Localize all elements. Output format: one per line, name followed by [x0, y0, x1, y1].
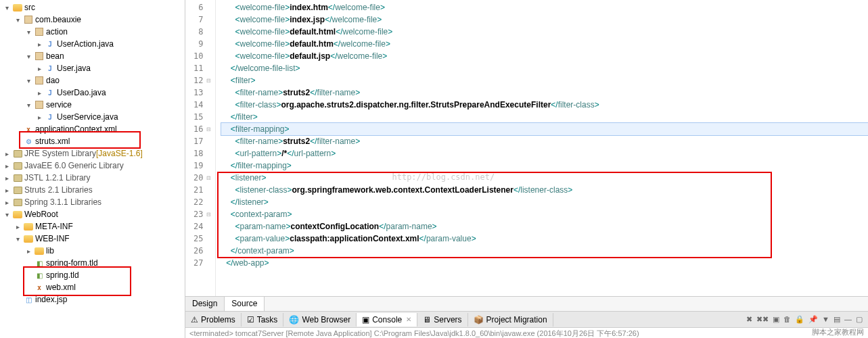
- tree-item[interactable]: ▸JUser.java: [0, 62, 185, 74]
- code-line[interactable]: </filter>: [221, 111, 868, 123]
- disclosure-icon[interactable]: ▾: [24, 28, 32, 36]
- code-line[interactable]: <filter-name>struts2</filter-name>: [221, 87, 868, 99]
- tree-item[interactable]: ▾action: [0, 26, 185, 38]
- tree-item[interactable]: ▾bean: [0, 50, 185, 62]
- code-line[interactable]: <filter>: [221, 74, 868, 87]
- tree-item-label: struts.xml: [35, 137, 70, 146]
- tree-item[interactable]: ▸JUserAction.java: [0, 38, 185, 50]
- code-line[interactable]: <param-name>contextConfigLocation</param…: [221, 220, 868, 233]
- view-tab-project-migration[interactable]: 📦Project Migration: [468, 313, 553, 327]
- tree-item[interactable]: ▾service: [0, 99, 185, 111]
- tree-item[interactable]: ▾dao: [0, 74, 185, 87]
- tree-item[interactable]: ▸META-INF: [0, 220, 185, 233]
- open-console-icon[interactable]: ▤: [833, 315, 840, 324]
- tab-source[interactable]: Source: [225, 297, 265, 311]
- clear-console-icon[interactable]: 🗑: [783, 315, 791, 324]
- code-line[interactable]: </welcome-file-list>: [221, 62, 868, 74]
- tree-item-label: Struts 2.1 Libraries: [24, 185, 93, 195]
- code-line[interactable]: <url-pattern>/*</url-pattern>: [221, 147, 868, 160]
- project-explorer[interactable]: ▾src▾com.beauxie▾action▸JUserAction.java…: [0, 0, 185, 338]
- disclosure-icon[interactable]: ▾: [3, 4, 11, 11]
- remove-launch-icon[interactable]: ✖: [746, 315, 752, 324]
- disclosure-icon[interactable]: ▸: [35, 65, 43, 72]
- view-tab-tasks[interactable]: ☑Tasks: [242, 313, 284, 327]
- view-tab-label: Tasks: [257, 315, 278, 324]
- remove-all-icon[interactable]: ✖✖: [756, 315, 769, 324]
- code-line[interactable]: <listener>: [221, 172, 868, 184]
- tree-item[interactable]: ▾WebRoot: [0, 208, 185, 220]
- tree-item[interactable]: xapplicationContext.xml: [0, 123, 185, 135]
- tree-item[interactable]: ▸JSTL 1.2.1 Library: [0, 172, 185, 184]
- disclosure-icon[interactable]: ▸: [3, 150, 11, 158]
- view-tab-label: Servers: [434, 315, 461, 324]
- maximize-view-icon[interactable]: ▢: [856, 315, 863, 324]
- disclosure-icon[interactable]: ▸: [35, 89, 43, 97]
- tree-item[interactable]: ▾WEB-INF: [0, 233, 185, 245]
- package-icon: [34, 51, 45, 62]
- code-editor[interactable]: 6789101112⊟13141516⊟17181920⊟212223⊟2425…: [185, 0, 868, 296]
- tree-item[interactable]: ▸JUserService.java: [0, 111, 185, 123]
- tree-item[interactable]: ◫index.jsp: [0, 293, 185, 306]
- code-line[interactable]: <welcome-file>default.htm</welcome-file>: [221, 38, 868, 50]
- code-line[interactable]: <param-value>classpath:applicationContex…: [221, 233, 868, 245]
- disclosure-icon[interactable]: ▸: [35, 41, 43, 48]
- disclosure-icon[interactable]: ▸: [35, 114, 43, 121]
- close-tab-icon[interactable]: ✕: [406, 316, 411, 323]
- display-selected-icon[interactable]: ▼: [822, 315, 829, 324]
- disclosure-icon[interactable]: ▸: [3, 162, 11, 170]
- tree-item[interactable]: ⚙struts.xml: [0, 135, 185, 147]
- view-tab-console[interactable]: ▣Console✕: [357, 313, 417, 327]
- tree-item[interactable]: ▸Spring 3.1.1 Libraries: [0, 196, 185, 208]
- code-line[interactable]: <welcome-file>index.htm</welcome-file>: [221, 1, 868, 14]
- disclosure-icon[interactable]: ▾: [14, 235, 22, 243]
- code-line[interactable]: <listener-class>org.springframework.web.…: [221, 184, 868, 196]
- tree-item[interactable]: ▸Struts 2.1 Libraries: [0, 184, 185, 196]
- code-line[interactable]: </web-app>: [221, 257, 868, 269]
- tree-item[interactable]: ▾com.beauxie: [0, 14, 185, 26]
- tree-item[interactable]: ◧spring-form.tld: [0, 257, 185, 269]
- code-line[interactable]: </listener>: [221, 196, 868, 208]
- disclosure-icon[interactable]: ▸: [3, 174, 11, 182]
- tree-item[interactable]: ▸lib: [0, 245, 185, 257]
- disclosure-icon[interactable]: ▾: [24, 77, 32, 84]
- code-line[interactable]: <welcome-file>default.html</welcome-file…: [221, 26, 868, 38]
- code-line[interactable]: <welcome-file>default.jsp</welcome-file>: [221, 50, 868, 62]
- code-line[interactable]: <filter-name>struts2</filter-name>: [221, 135, 868, 147]
- code-line[interactable]: </context-param>: [221, 245, 868, 257]
- pin-console-icon[interactable]: 📌: [808, 315, 818, 324]
- disclosure-icon[interactable]: ▸: [14, 223, 22, 231]
- terminate-icon[interactable]: ▣: [773, 315, 779, 324]
- tree-item[interactable]: ▸JavaEE 6.0 Generic Library: [0, 160, 185, 172]
- disclosure-icon[interactable]: ▸: [24, 247, 32, 255]
- tree-item[interactable]: ▸JRE System Library [JavaSE-1.6]: [0, 147, 185, 160]
- disclosure-icon[interactable]: ▾: [24, 53, 32, 60]
- tree-item-label: JavaEE 6.0 Generic Library: [24, 161, 124, 170]
- disclosure-icon[interactable]: ▾: [3, 211, 11, 218]
- library-icon: [12, 185, 23, 195]
- console-icon: ▣: [362, 315, 369, 324]
- view-tab-servers[interactable]: 🖥Servers: [417, 313, 467, 327]
- scroll-lock-icon[interactable]: 🔒: [795, 315, 804, 324]
- tree-item[interactable]: ▸JUserDao.java: [0, 87, 185, 99]
- code-line[interactable]: <filter-class>org.apache.struts2.dispatc…: [221, 99, 868, 111]
- disclosure-icon[interactable]: ▾: [14, 16, 22, 24]
- view-tab-problems[interactable]: ⚠Problems: [185, 313, 242, 327]
- tree-item[interactable]: xweb.xml: [0, 281, 185, 293]
- tree-item[interactable]: ◧spring.tld: [0, 269, 185, 281]
- java-file-icon: J: [45, 87, 55, 98]
- tree-item-label: META-INF: [35, 222, 73, 231]
- disclosure-icon[interactable]: ▸: [3, 199, 11, 206]
- disclosure-icon[interactable]: ▸: [3, 187, 11, 194]
- view-tab-web-browser[interactable]: 🌐Web Browser: [283, 313, 357, 327]
- tree-item-label: UserDao.java: [57, 88, 106, 97]
- code-line[interactable]: <context-param>: [221, 208, 868, 220]
- disclosure-icon[interactable]: ▾: [24, 101, 32, 109]
- code-line[interactable]: <welcome-file>index.jsp</welcome-file>: [221, 14, 868, 26]
- tree-item[interactable]: ▾src: [0, 1, 185, 14]
- library-icon: [12, 148, 23, 159]
- code-line[interactable]: </filter-mapping>: [221, 160, 868, 172]
- minimize-view-icon[interactable]: —: [844, 315, 852, 324]
- code-line[interactable]: <filter-mapping>: [221, 123, 868, 135]
- tab-design[interactable]: Design: [185, 297, 225, 311]
- code-body[interactable]: http://blog.csdn.net/ <welcome-file>inde…: [216, 0, 868, 296]
